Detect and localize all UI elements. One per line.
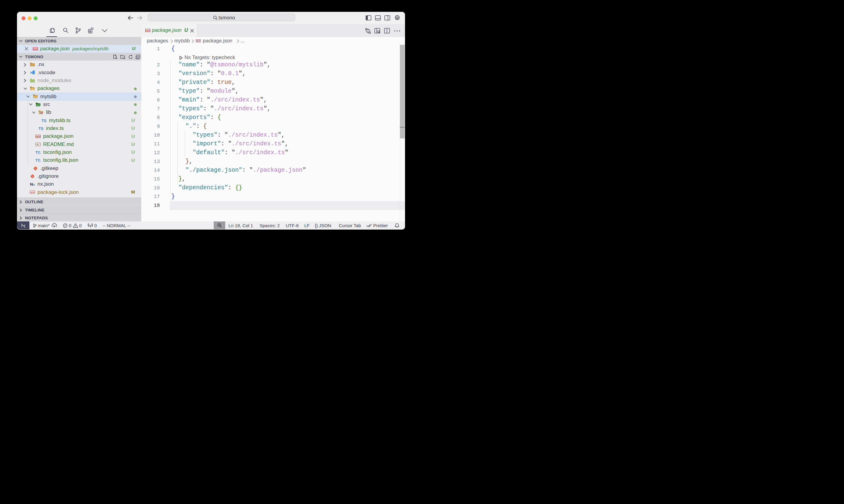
svg-text:TS: TS [38, 126, 44, 130]
svg-text:</>: </> [37, 105, 40, 106]
svg-text:npm: npm [30, 191, 35, 194]
svg-text:npm: npm [36, 135, 41, 138]
svg-text:JS: JS [32, 80, 34, 82]
svg-text:x: x [33, 183, 35, 186]
svg-text:N: N [30, 182, 33, 186]
svg-text:npm: npm [145, 29, 150, 32]
svg-text:npm: npm [33, 48, 38, 50]
svg-text:TS: TS [41, 119, 46, 123]
svg-text:M↓: M↓ [37, 143, 40, 146]
svg-text:npm: npm [196, 40, 201, 42]
